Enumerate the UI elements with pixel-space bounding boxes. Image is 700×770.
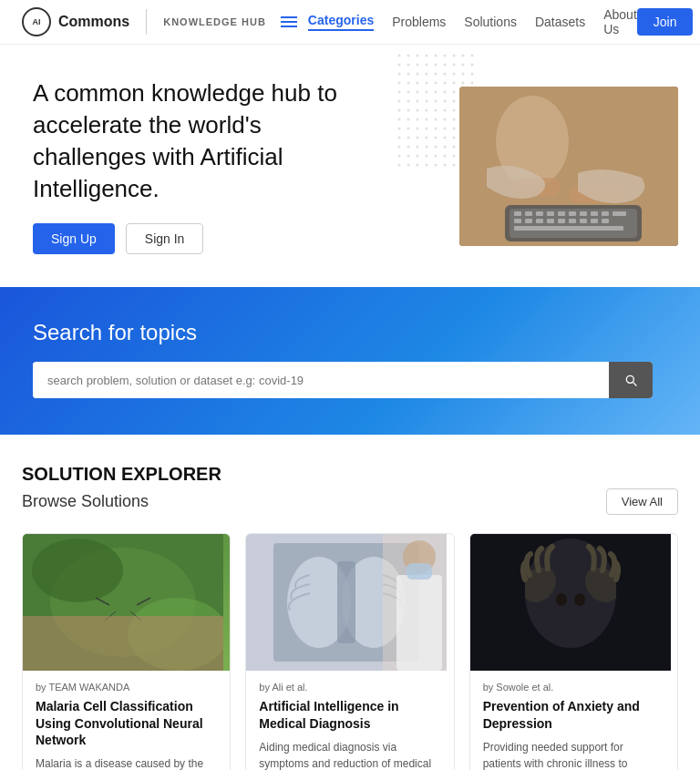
card-title-2: Prevention of Anxiety and Depression (483, 698, 664, 731)
card-title-0: Malaria Cell Classification Using Convol… (36, 698, 217, 748)
search-section: Search for topics (0, 287, 700, 435)
svg-rect-16 (602, 211, 609, 216)
svg-point-52 (574, 593, 585, 606)
hero-buttons: Sign Up Sign In (33, 223, 459, 254)
solution-card-1: by Ali et al. Artificial Intelligence in… (245, 533, 454, 770)
svg-rect-8 (514, 211, 521, 216)
svg-rect-9 (525, 211, 532, 216)
svg-point-30 (32, 539, 123, 602)
search-bar (33, 362, 653, 398)
card-body-2: by Sowole et al. Prevention of Anxiety a… (470, 671, 677, 770)
svg-rect-20 (536, 219, 543, 223)
solution-card-2: by Sowole et al. Prevention of Anxiety a… (469, 533, 678, 770)
svg-rect-19 (525, 219, 532, 223)
search-button[interactable] (609, 362, 653, 398)
section-subtitle: Browse Solutions (22, 492, 149, 511)
section-title: SOLUTION EXPLORER (22, 464, 678, 485)
card-desc-0: Malaria is a disease caused by the paras… (36, 755, 217, 770)
card-author-0: by TEAM WAKANDA (36, 682, 217, 693)
svg-rect-45 (396, 575, 442, 671)
section-subtitle-row: Browse Solutions View All (22, 488, 678, 515)
card-desc-1: Aiding medical diagnosis via symptoms an… (259, 739, 440, 770)
join-button[interactable]: Join (637, 8, 694, 36)
svg-rect-27 (514, 226, 623, 231)
svg-rect-15 (591, 211, 598, 216)
svg-point-51 (556, 593, 567, 606)
hero-section: A common knowledge hub to accelerate the… (0, 45, 700, 287)
signin-button[interactable]: Sign In (126, 223, 204, 254)
logo-icon: AI (22, 7, 51, 36)
header: AI Commons KNOWLEDGE HUB Categories Prob… (0, 0, 700, 45)
hero-text: A common knowledge hub to accelerate the… (33, 77, 459, 254)
hamburger-menu-icon[interactable] (281, 16, 297, 27)
card-author-1: by Ali et al. (259, 682, 440, 693)
svg-rect-13 (569, 211, 576, 216)
svg-rect-10 (536, 211, 543, 216)
solution-card-0: by TEAM WAKANDA Malaria Cell Classificat… (22, 533, 231, 770)
main-nav: Categories Problems Solutions Datasets A… (308, 7, 637, 36)
svg-rect-23 (569, 219, 576, 223)
nav-datasets[interactable]: Datasets (535, 15, 585, 29)
card-image-1 (246, 534, 453, 671)
svg-rect-46 (407, 563, 432, 580)
view-all-button[interactable]: View All (606, 488, 678, 515)
card-body-0: by TEAM WAKANDA Malaria Cell Classificat… (23, 671, 230, 770)
knowledge-hub-label: KNOWLEDGE HUB (163, 16, 266, 27)
card-title-1: Artificial Intelligence in Medical Diagn… (259, 698, 440, 731)
svg-rect-22 (558, 219, 565, 223)
card-desc-2: Providing needed support for patients wi… (483, 739, 664, 770)
svg-rect-21 (547, 219, 554, 223)
search-heading: Search for topics (33, 320, 667, 345)
nav-categories[interactable]: Categories (308, 13, 374, 31)
solution-explorer: SOLUTION EXPLORER Browse Solutions View … (0, 435, 700, 770)
svg-rect-26 (602, 219, 609, 223)
logo-area: AI Commons KNOWLEDGE HUB (22, 7, 266, 36)
nav-about-us[interactable]: About Us (603, 7, 637, 36)
svg-rect-25 (591, 219, 598, 223)
svg-rect-37 (23, 616, 223, 671)
hero-heading: A common knowledge hub to accelerate the… (33, 77, 361, 205)
card-author-2: by Sowole et al. (483, 682, 664, 693)
card-image-0 (23, 534, 230, 671)
svg-rect-24 (580, 219, 587, 223)
hero-image-placeholder (459, 87, 678, 246)
card-body-1: by Ali et al. Artificial Intelligence in… (246, 671, 453, 770)
hero-image (459, 87, 678, 246)
svg-rect-42 (337, 561, 355, 643)
logo-divider (146, 9, 147, 35)
svg-rect-17 (612, 211, 626, 216)
svg-rect-18 (514, 219, 521, 223)
signup-button[interactable]: Sign Up (33, 223, 115, 254)
logo-ai-text: AI (33, 17, 41, 26)
cards-grid: by TEAM WAKANDA Malaria Cell Classificat… (22, 533, 678, 770)
svg-rect-11 (547, 211, 554, 216)
nav-solutions[interactable]: Solutions (464, 15, 517, 29)
search-input[interactable] (33, 363, 609, 398)
svg-rect-12 (558, 211, 565, 216)
card-image-2 (470, 534, 677, 671)
nav-problems[interactable]: Problems (392, 15, 446, 29)
svg-rect-14 (580, 211, 587, 216)
search-icon (623, 373, 638, 387)
logo-name: Commons (58, 14, 129, 30)
